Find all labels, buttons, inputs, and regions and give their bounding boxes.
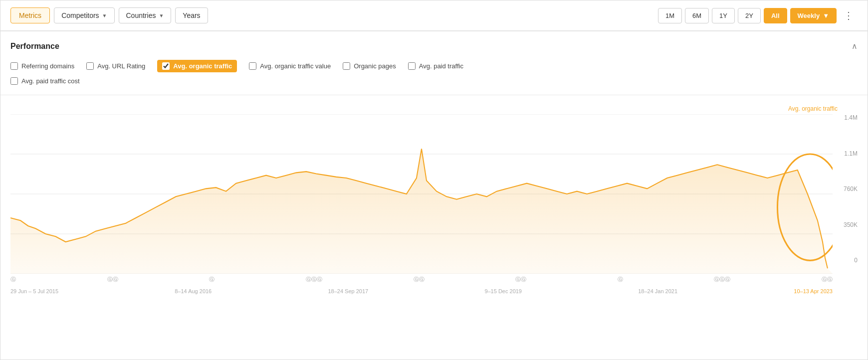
g-icon-7: Ⓖ xyxy=(618,276,623,283)
y-axis-labels: 1.4M 1.1M 760K 350K 0 xyxy=(838,114,858,274)
time-2y-button[interactable]: 2Y xyxy=(738,8,761,23)
chart-svg xyxy=(10,114,833,274)
g-icon-3: Ⓖ xyxy=(209,276,215,283)
referring-domains-checkbox[interactable] xyxy=(10,62,18,70)
checkbox-avg-url-rating[interactable]: Avg. URL Rating xyxy=(86,62,145,70)
chart-legend-label: Avg. organic traffic xyxy=(10,105,858,112)
avg-paid-traffic-cost-label: Avg. paid traffic cost xyxy=(21,77,80,85)
collapse-button[interactable]: ∧ xyxy=(852,41,858,51)
x-axis-labels: 29 Jun – 5 Jul 2015 8–14 Aug 2016 18–24 … xyxy=(10,285,858,294)
organic-pages-label: Organic pages xyxy=(354,62,396,70)
x-label-6: 10–13 Apr 2023 xyxy=(794,288,833,294)
x-label-2: 8–14 Aug 2016 xyxy=(175,288,212,294)
avg-organic-traffic-label: Avg. organic traffic xyxy=(173,62,232,70)
g-icon-8: ⒼⒼⒼ xyxy=(714,276,730,283)
weekly-label: Weekly xyxy=(798,12,820,19)
competitors-arrow-icon: ▼ xyxy=(102,13,107,18)
g-icon-5: ⒼⒼ xyxy=(414,276,425,283)
avg-paid-traffic-label: Avg. paid traffic xyxy=(419,62,463,70)
g-icon-2: ⒼⒼ xyxy=(107,276,118,283)
x-label-3: 18–24 Sep 2017 xyxy=(328,288,368,294)
avg-organic-traffic-value-checkbox[interactable] xyxy=(249,62,256,70)
referring-domains-label: Referring domains xyxy=(21,62,74,70)
checkboxes-row: Referring domains Avg. URL Rating Avg. o… xyxy=(10,60,858,72)
weekly-arrow-icon: ▼ xyxy=(823,12,829,19)
performance-section: Performance ∧ Referring domains Avg. URL… xyxy=(0,31,868,95)
google-icons-row: Ⓖ ⒼⒼ Ⓖ ⒼⒼⒼ ⒼⒼ ⒼⒼ Ⓖ ⒼⒼⒼ ⒼⒼ xyxy=(10,274,858,285)
years-label: Years xyxy=(183,11,200,19)
chart-wrapper: 1.4M 1.1M 760K 350K 0 xyxy=(10,114,858,274)
competitors-label: Competitors xyxy=(61,11,99,19)
checkbox-avg-organic-traffic-value[interactable]: Avg. organic traffic value xyxy=(249,62,331,70)
checkbox-referring-domains[interactable]: Referring domains xyxy=(10,62,74,70)
g-icon-9: ⒼⒼ xyxy=(822,276,833,283)
y-label-1: 1.4M xyxy=(838,114,858,121)
avg-url-rating-checkbox[interactable] xyxy=(86,62,94,70)
metrics-button[interactable]: Metrics xyxy=(10,7,50,23)
avg-organic-traffic-value-label: Avg. organic traffic value xyxy=(260,62,331,70)
countries-arrow-icon: ▼ xyxy=(159,13,164,18)
checkbox-avg-paid-traffic-cost[interactable]: Avg. paid traffic cost xyxy=(10,77,80,85)
checkbox-avg-organic-traffic[interactable]: Avg. organic traffic xyxy=(157,60,237,72)
y-label-3: 760K xyxy=(838,185,858,192)
toolbar-left: Metrics Competitors ▼ Countries ▼ Years xyxy=(10,7,208,23)
g-icon-1: Ⓖ xyxy=(10,276,16,283)
x-label-5: 18–24 Jan 2021 xyxy=(638,288,677,294)
avg-paid-traffic-checkbox[interactable] xyxy=(408,62,416,70)
time-6m-button[interactable]: 6M xyxy=(685,8,709,23)
avg-url-rating-label: Avg. URL Rating xyxy=(97,62,145,70)
performance-header: Performance ∧ xyxy=(10,41,858,51)
more-options-button[interactable]: ⋮ xyxy=(840,7,858,23)
countries-button[interactable]: Countries ▼ xyxy=(119,7,172,23)
weekly-button[interactable]: Weekly ▼ xyxy=(790,8,837,23)
x-label-4: 9–15 Dec 2019 xyxy=(484,288,522,294)
y-label-5: 0 xyxy=(838,257,858,264)
competitors-button[interactable]: Competitors ▼ xyxy=(54,7,114,23)
avg-paid-traffic-cost-checkbox[interactable] xyxy=(10,77,18,85)
years-button[interactable]: Years xyxy=(175,7,208,23)
avg-organic-traffic-checkbox[interactable] xyxy=(162,62,170,70)
g-icon-6: ⒼⒼ xyxy=(515,276,526,283)
toolbar: Metrics Competitors ▼ Countries ▼ Years … xyxy=(0,0,868,31)
chart-divider xyxy=(0,95,868,95)
chart-area: Avg. organic traffic 1.4M 1.1M 760K 350K… xyxy=(0,105,868,304)
g-icon-4: ⒼⒼⒼ xyxy=(306,276,322,283)
checkbox-organic-pages[interactable]: Organic pages xyxy=(343,62,396,70)
organic-pages-checkbox[interactable] xyxy=(343,62,350,70)
checkbox-avg-paid-traffic[interactable]: Avg. paid traffic xyxy=(408,62,463,70)
x-label-1: 29 Jun – 5 Jul 2015 xyxy=(10,288,58,294)
performance-title: Performance xyxy=(10,42,59,51)
toolbar-right: 1M 6M 1Y 2Y All Weekly ▼ ⋮ xyxy=(658,7,858,23)
main-container: Metrics Competitors ▼ Countries ▼ Years … xyxy=(0,0,868,360)
time-all-button[interactable]: All xyxy=(764,8,787,23)
y-label-4: 350K xyxy=(838,221,858,228)
time-1y-button[interactable]: 1Y xyxy=(712,8,735,23)
y-label-2: 1.1M xyxy=(838,150,858,157)
countries-label: Countries xyxy=(126,11,156,19)
checkboxes-row2: Avg. paid traffic cost xyxy=(10,77,858,85)
time-1m-button[interactable]: 1M xyxy=(658,8,682,23)
